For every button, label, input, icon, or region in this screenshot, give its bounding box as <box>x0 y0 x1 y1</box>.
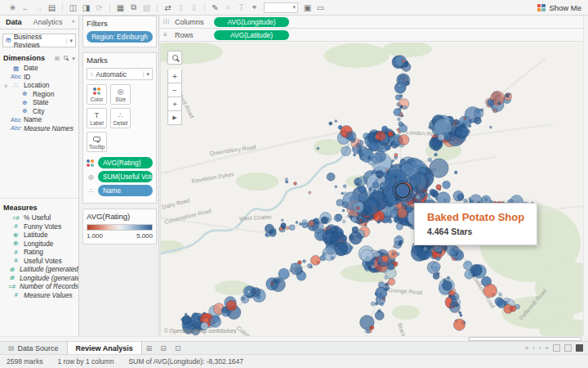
field-name[interactable]: AbcName <box>0 115 78 124</box>
map-zoom-out-button[interactable]: − <box>167 83 182 97</box>
new-worksheet-tab-button[interactable]: ⊞ <box>142 344 157 352</box>
sort-descending-button[interactable]: ⇩ <box>188 2 200 14</box>
svg-text:Dalry Road: Dalry Road <box>161 197 190 211</box>
field-region[interactable]: ⊕Region <box>0 90 78 99</box>
group-members-button[interactable]: ⌗ <box>222 2 234 14</box>
color-legend-ramp[interactable] <box>87 224 153 231</box>
rows-pill[interactable]: AVG(Latitude) <box>214 30 289 40</box>
svg-text:Corstorphine Road: Corstorphine Road <box>164 208 212 226</box>
marks-card: Marks ○ Automatic ▾ Color◎SizeTLabel∴Det… <box>82 52 157 204</box>
datasource-selector[interactable]: ⛃ Business Reviews ▾ <box>2 34 76 47</box>
pin-icon: ⌖ <box>172 100 176 109</box>
label-icon: T <box>95 111 100 119</box>
show-hide-cards-button[interactable]: ▣ <box>301 2 314 14</box>
map-search-button[interactable] <box>167 51 182 65</box>
field-rating[interactable]: #Rating <box>0 248 78 257</box>
field-longitude-generated-[interactable]: ⊕Longitude (generated) <box>0 274 78 283</box>
tab-analytics[interactable]: Analytics <box>28 16 69 28</box>
marks-pill-name[interactable]: Name <box>98 185 153 196</box>
vertical-scrollbar[interactable] <box>583 16 588 336</box>
sort-ascending-button[interactable]: ⇧ <box>175 2 187 14</box>
highlight-button[interactable]: ✎ <box>209 2 221 14</box>
pause-auto-updates-button[interactable]: ◨ <box>80 2 92 14</box>
field-location[interactable]: ∨∴Location <box>0 81 78 90</box>
show-tabs-view-button[interactable] <box>553 344 560 352</box>
columns-pill[interactable]: AVG(Longitude) <box>214 17 289 27</box>
previous-sheet-icon[interactable]: ‹ <box>532 344 535 352</box>
field-measure-values[interactable]: #Measure Values <box>0 291 78 300</box>
pin-pane-icon[interactable]: ⌖ <box>71 18 78 26</box>
tab-data-source[interactable]: ▤Data Source <box>0 342 67 354</box>
map-canvas[interactable]: Telford RoadQueensferry RoadRavelston Dy… <box>160 43 583 336</box>
color-dots-icon <box>87 159 96 167</box>
show-filmstrip-button[interactable] <box>576 344 583 352</box>
field-city[interactable]: ⊕City <box>0 107 78 116</box>
map-marks-layer[interactable]: Telford RoadQueensferry RoadRavelston Dy… <box>161 43 583 336</box>
new-data-source-button[interactable]: ◫ <box>67 2 79 14</box>
date-field-icon: ▦ <box>11 65 21 72</box>
new-dashboard-tab-button[interactable]: ⊟ <box>156 344 171 352</box>
map-controls-expand-button[interactable]: ▶ <box>167 111 182 125</box>
marks-pill-avg-rating-[interactable]: AVG(Rating) <box>98 157 153 168</box>
show-sheet-sorter-button[interactable] <box>564 344 572 352</box>
duplicate-sheet-button[interactable]: ⧉ <box>127 2 140 14</box>
undo-button[interactable]: ← <box>20 2 32 14</box>
fix-axes-button[interactable]: ⌖ <box>248 2 261 14</box>
detail-icon: ∴ <box>118 111 123 119</box>
new-story-tab-button[interactable]: ⊡ <box>171 344 185 352</box>
field-latitude[interactable]: ⊕Latitude <box>0 231 78 240</box>
search-icon[interactable] <box>63 55 69 62</box>
columns-shelf[interactable]: ⦙⦙⦙ Columns AVG(Longitude) <box>160 16 583 29</box>
field-measure-names[interactable]: AbcMeasure Names <box>0 124 78 133</box>
tab-review-analysis[interactable]: Review Analysis <box>67 342 142 354</box>
redo-button[interactable]: → <box>33 2 45 14</box>
tab-data[interactable]: Data <box>0 16 28 28</box>
last-sheet-icon[interactable]: » <box>546 344 549 352</box>
sort-menu-icon[interactable]: ▾ <box>72 55 75 62</box>
detail-button[interactable]: ∴Detail <box>110 108 131 128</box>
new-worksheet-button[interactable]: ▦ <box>114 2 127 14</box>
save-button[interactable]: ▤ <box>46 2 58 14</box>
show-mark-labels-button[interactable]: T <box>235 2 247 14</box>
field-funny-votes[interactable]: #Funny Votes <box>0 222 78 231</box>
shelves: ⦙⦙⦙ Columns AVG(Longitude) ≡ Rows AVG(La… <box>160 16 583 43</box>
legend-min: 1.000 <box>87 232 103 240</box>
columns-label: Columns <box>175 18 204 26</box>
view-as-icon[interactable]: ⊞ <box>55 55 60 62</box>
database-icon: ⛃ <box>6 37 11 44</box>
run-auto-updates-button[interactable]: ⟳ <box>93 2 105 14</box>
size-button[interactable]: ◎Size <box>110 84 131 105</box>
sheet-tabs: ▤Data SourceReview Analysis <box>0 342 142 354</box>
marks-pill-sum-useful-votes-[interactable]: SUM(Useful Votes) <box>98 171 153 182</box>
field-state[interactable]: ⊕State <box>0 98 78 107</box>
field-latitude-generated-[interactable]: ⊕Latitude (generated) <box>0 265 78 274</box>
globe-field-icon: ⊕ <box>11 240 21 247</box>
tableau-logo-icon[interactable]: ✳ <box>7 2 19 14</box>
filter-pill-region[interactable]: Region: Edinburgh <box>87 31 153 43</box>
field--useful[interactable]: =#% Useful <box>0 213 78 222</box>
field-useful-votes[interactable]: #Useful Votes <box>0 257 78 266</box>
chevron-down-icon: ▾ <box>143 71 149 78</box>
field-date[interactable]: ▦Date <box>0 64 78 73</box>
presentation-mode-button[interactable]: ▭ <box>314 2 327 14</box>
data-pane-tabs: Data Analytics ⌖ <box>0 16 78 29</box>
next-sheet-icon[interactable]: › <box>539 344 541 352</box>
color-button[interactable]: Color <box>87 84 107 105</box>
tooltip-button[interactable]: Tooltip <box>87 132 107 152</box>
map-zoom-home-button[interactable]: ⌖ <box>167 97 182 111</box>
rows-shelf[interactable]: ≡ Rows AVG(Latitude) <box>160 29 583 42</box>
mark-type-dropdown[interactable]: ○ Automatic ▾ <box>87 68 153 80</box>
measures-header: Measures <box>0 200 78 213</box>
field-number-of-records[interactable]: =#Number of Records <box>0 282 78 291</box>
map-tooltip: Baked Potato Shop 4.464 Stars <box>414 203 537 245</box>
columns-icon: ⦙⦙⦙ <box>163 18 172 26</box>
map-zoom-in-button[interactable]: + <box>167 70 182 83</box>
show-me-button[interactable]: Show Me <box>537 3 581 12</box>
field-id[interactable]: AbcID <box>0 73 78 82</box>
clear-sheet-button[interactable]: ▧ <box>140 2 153 14</box>
field-longitude[interactable]: ⊕Longitude <box>0 240 78 249</box>
fit-dropdown[interactable]: ▾ <box>264 2 298 13</box>
swap-rows-columns-button[interactable]: ⇄ <box>162 2 174 14</box>
first-sheet-icon[interactable]: « <box>525 344 528 352</box>
label-button[interactable]: TLabel <box>87 108 107 128</box>
